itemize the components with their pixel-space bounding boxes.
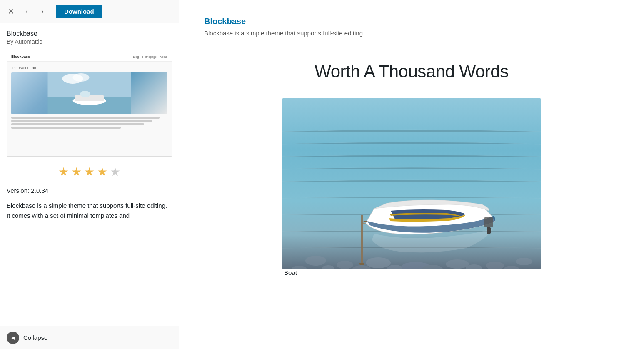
svg-rect-23 [359, 263, 364, 265]
svg-point-8 [305, 256, 326, 266]
star-2: ★ [71, 165, 82, 179]
theme-author: By Automattic [7, 38, 172, 45]
preview-mockup: Blockbase Blog Homepage About The Water … [7, 52, 172, 156]
star-5-empty: ★ [110, 165, 120, 179]
mockup-text-lines [11, 117, 167, 129]
svg-point-3 [73, 73, 90, 82]
version-label: Version: 2.0.34 [7, 187, 172, 194]
mockup-image [11, 72, 167, 114]
theme-name: Blockbase [7, 30, 172, 37]
right-panel: Blockbase Blockbase is a simple theme th… [179, 0, 644, 349]
svg-point-14 [516, 258, 532, 265]
left-panel-content: Blockbase By Automattic Blockbase Blog H… [0, 23, 179, 326]
theme-description: Blockbase is a simple theme that support… [7, 201, 172, 221]
download-button[interactable]: Download [56, 5, 102, 18]
next-button[interactable]: › [36, 5, 49, 18]
preview-image-container: Boat [282, 98, 541, 276]
right-panel-theme-desc: Blockbase is a simple theme that support… [204, 30, 619, 37]
close-icon: ✕ [8, 7, 14, 16]
svg-point-9 [337, 261, 353, 269]
svg-rect-24 [484, 217, 493, 227]
star-3: ★ [84, 165, 95, 179]
svg-rect-5 [75, 95, 104, 101]
svg-point-12 [446, 259, 469, 269]
mockup-logo: Blockbase [11, 55, 30, 59]
star-4: ★ [97, 165, 107, 179]
svg-rect-25 [487, 227, 491, 234]
bottom-bar: Collapse [0, 326, 179, 349]
boat-scene-svg [282, 98, 541, 269]
image-caption: Boat [282, 269, 541, 276]
close-button[interactable]: ✕ [4, 5, 17, 18]
mockup-post-title: The Water Fan [11, 66, 167, 70]
star-1: ★ [58, 165, 69, 179]
toolbar: ✕ ‹ › Download [0, 0, 179, 23]
mockup-nav: Blog Homepage About [133, 55, 167, 58]
mockup-header: Blockbase Blog Homepage About [7, 52, 172, 62]
collapse-label: Collapse [23, 334, 47, 341]
chevron-left-icon: ‹ [25, 7, 28, 16]
right-panel-theme-title: Blockbase [204, 17, 619, 26]
svg-point-6 [80, 91, 90, 97]
svg-point-10 [366, 257, 391, 268]
collapse-button[interactable] [7, 332, 19, 344]
mockup-boat-svg [11, 72, 167, 114]
boat-image [282, 98, 541, 269]
mockup-content: The Water Fan [7, 62, 172, 134]
prev-button[interactable]: ‹ [20, 5, 33, 18]
rating-stars: ★ ★ ★ ★ ★ [7, 165, 172, 179]
preview-heading: Worth A Thousand Words [204, 62, 619, 82]
left-panel: ✕ ‹ › Download Blockbase By Automattic B… [0, 0, 179, 349]
theme-preview-thumbnail[interactable]: Blockbase Blog Homepage About The Water … [7, 52, 172, 157]
chevron-right-icon: › [41, 7, 44, 16]
